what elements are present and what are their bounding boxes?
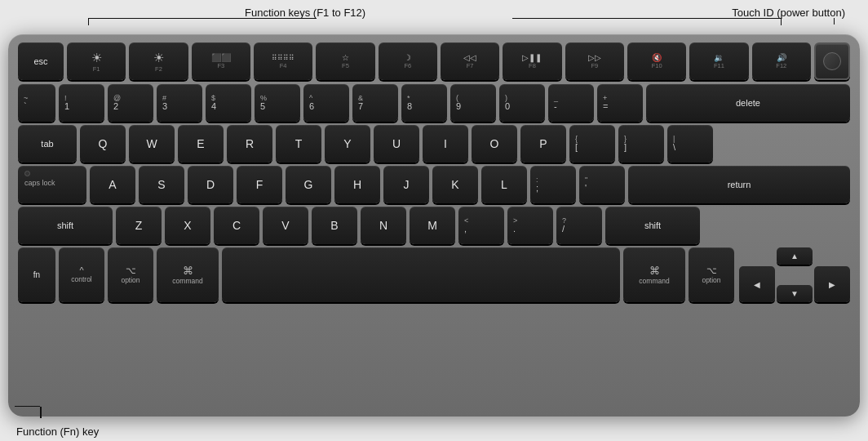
key-1[interactable]: ! 1: [59, 84, 104, 122]
fn-row: esc ☀ F1 ☀ F2 ⬛⬛ F3 ⠿⠿⠿⠿ F4 ☆ F5 ☽ F6 ◁◁: [18, 42, 850, 80]
key-m[interactable]: M: [410, 207, 455, 244]
key-a[interactable]: A: [90, 166, 135, 203]
fn-key-label: Function (Fn) key: [16, 425, 99, 438]
key-f1[interactable]: ☀ F1: [67, 42, 126, 80]
key-f7[interactable]: ◁◁ F7: [441, 42, 499, 80]
key-f5[interactable]: ☆ F5: [316, 42, 374, 80]
key-w[interactable]: W: [129, 125, 175, 163]
key-d[interactable]: D: [188, 166, 233, 203]
key-shift-left[interactable]: shift: [18, 207, 113, 244]
key-n[interactable]: N: [361, 207, 406, 244]
shift-row: shift Z X C V B N M < , > . ? / shift: [18, 207, 850, 244]
key-j[interactable]: J: [383, 166, 429, 203]
number-row: ~ ` ! 1 @ 2 # 3 $ 4 % 5 ^ 6 & 7: [18, 84, 850, 122]
key-esc[interactable]: esc: [18, 42, 64, 80]
key-6[interactable]: ^ 6: [303, 84, 349, 122]
fn-key-annotation: Function (Fn) key: [16, 425, 99, 438]
key-c[interactable]: C: [214, 207, 259, 244]
key-command-right[interactable]: ⌘ command: [623, 247, 685, 302]
key-4[interactable]: $ 4: [206, 84, 251, 122]
fn-annotation-horiz: [15, 406, 40, 408]
key-f2[interactable]: ☀ F2: [129, 42, 188, 80]
key-arrow-down[interactable]: ▼: [777, 285, 813, 302]
tab-row: tab Q W E R T Y U I O P { [ } ] | \: [18, 125, 850, 163]
key-q[interactable]: Q: [80, 125, 126, 163]
key-f8[interactable]: ▷❚❚ F8: [503, 42, 561, 80]
key-p[interactable]: P: [520, 125, 566, 163]
touch-id-annotation: Touch ID (power button): [732, 7, 845, 19]
key-minus[interactable]: _ -: [548, 84, 594, 122]
key-g[interactable]: G: [286, 166, 331, 203]
key-u[interactable]: U: [374, 125, 419, 163]
key-space[interactable]: [222, 247, 620, 302]
caps-lock-indicator: [24, 171, 30, 176]
key-delete[interactable]: delete: [646, 84, 850, 122]
key-f12[interactable]: 🔊 F12: [752, 42, 811, 80]
key-o[interactable]: O: [472, 125, 517, 163]
key-bracket-open[interactable]: { [: [569, 125, 615, 163]
key-equals[interactable]: + =: [597, 84, 643, 122]
key-arrow-up[interactable]: ▲: [777, 247, 813, 265]
key-s[interactable]: S: [139, 166, 184, 203]
key-f9[interactable]: ▷▷ F9: [565, 42, 624, 80]
key-tab[interactable]: tab: [18, 125, 77, 163]
key-y[interactable]: Y: [325, 125, 370, 163]
key-h[interactable]: H: [334, 166, 380, 203]
key-2[interactable]: @ 2: [108, 84, 153, 122]
key-period[interactable]: > .: [507, 207, 553, 244]
key-arrow-left[interactable]: ◀: [739, 266, 775, 302]
key-option-left[interactable]: ⌥ option: [108, 247, 153, 302]
key-8[interactable]: * 8: [401, 84, 447, 122]
fn-annotation-line: [40, 407, 42, 418]
fn-keys-label: Function keys (F1 to F12): [245, 7, 365, 19]
key-fn[interactable]: fn: [18, 247, 55, 302]
key-v[interactable]: V: [263, 207, 308, 244]
key-f[interactable]: F: [237, 166, 282, 203]
key-f3[interactable]: ⬛⬛ F3: [192, 42, 250, 80]
key-slash[interactable]: ? /: [556, 207, 602, 244]
key-option-right[interactable]: ⌥ option: [689, 247, 734, 302]
key-f4[interactable]: ⠿⠿⠿⠿ F4: [254, 42, 312, 80]
key-l[interactable]: L: [481, 166, 527, 203]
key-f11[interactable]: 🔉 F11: [689, 42, 748, 80]
key-touch-id[interactable]: [814, 42, 850, 80]
fn-keys-bracket-right: [512, 18, 782, 19]
key-9[interactable]: ( 9: [450, 84, 496, 122]
key-r[interactable]: R: [227, 125, 272, 163]
key-k[interactable]: K: [432, 166, 478, 203]
key-quote[interactable]: " ': [579, 166, 625, 203]
key-return[interactable]: return: [628, 166, 850, 203]
key-backslash[interactable]: | \: [667, 125, 713, 163]
key-shift-right[interactable]: shift: [605, 207, 700, 244]
keyboard: esc ☀ F1 ☀ F2 ⬛⬛ F3 ⠿⠿⠿⠿ F4 ☆ F5 ☽ F6 ◁◁: [8, 34, 860, 416]
key-t[interactable]: T: [276, 125, 321, 163]
key-5[interactable]: % 5: [255, 84, 300, 122]
key-f6[interactable]: ☽ F6: [379, 42, 437, 80]
fn-keys-annotation: Function keys (F1 to F12): [245, 7, 365, 19]
key-comma[interactable]: < ,: [458, 207, 504, 244]
key-x[interactable]: X: [165, 207, 210, 244]
key-3[interactable]: # 3: [157, 84, 202, 122]
bottom-row: fn ^ control ⌥ option ⌘ command ⌘ comman…: [18, 247, 850, 302]
touch-id-circle: [823, 52, 841, 70]
touch-id-bracket: [834, 18, 835, 24]
arrow-cluster: ▲ ◀ ▼ ▶: [739, 247, 850, 302]
key-backtick[interactable]: ~ `: [18, 84, 55, 122]
key-e[interactable]: E: [178, 125, 224, 163]
key-f10[interactable]: 🔇 F10: [627, 42, 686, 80]
touch-id-label: Touch ID (power button): [732, 7, 845, 19]
key-b[interactable]: B: [312, 207, 357, 244]
caps-row: caps lock A S D F G H J K L : ; " ' retu…: [18, 166, 850, 203]
key-semicolon[interactable]: : ;: [530, 166, 576, 203]
key-i[interactable]: I: [423, 125, 468, 163]
key-7[interactable]: & 7: [352, 84, 398, 122]
key-arrow-right[interactable]: ▶: [814, 266, 850, 302]
fn-keys-bracket-left: [88, 18, 317, 19]
key-command-left[interactable]: ⌘ command: [157, 247, 219, 302]
key-control[interactable]: ^ control: [59, 247, 104, 302]
key-z[interactable]: Z: [116, 207, 162, 244]
key-0[interactable]: ) 0: [499, 84, 545, 122]
key-caps-lock[interactable]: caps lock: [18, 166, 86, 203]
key-bracket-close[interactable]: } ]: [618, 125, 664, 163]
